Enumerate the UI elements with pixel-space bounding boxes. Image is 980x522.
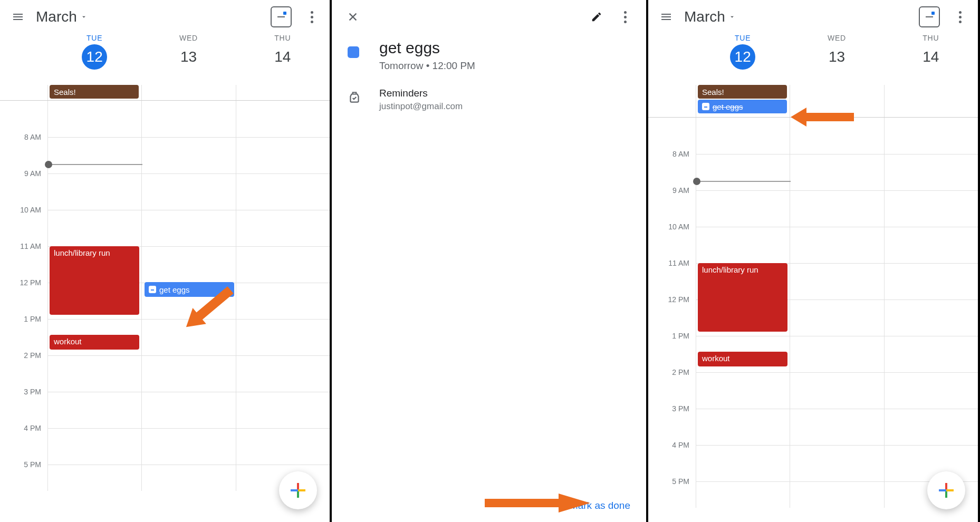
day-headers: TUE 12 WED 13 THU 14 [0,34,330,84]
overflow-menu-icon[interactable] [614,6,636,27]
detail-title-row: get eggs Tomorrow • 12:00 PM [348,39,630,72]
time-grid[interactable]: 8 AM 9 AM 10 AM 11 AM 12 PM 1 PM 2 PM 3 … [0,101,330,491]
time-grid[interactable]: 8 AM 9 AM 10 AM 11 AM 12 PM 1 PM 2 PM 3 … [648,118,978,508]
day-header-thu[interactable]: THU 14 [236,34,330,84]
reminder-icon [702,103,709,110]
reminders-icon [348,91,361,104]
day-name: WED [141,34,235,42]
svg-rect-9 [946,489,954,491]
calendar-color-icon [348,46,359,58]
reminder-when: Tomorrow • 12:00 PM [379,60,475,72]
svg-rect-0 [297,483,299,490]
reminder-detail-panel: get eggs Tomorrow • 12:00 PM Reminders j… [332,0,648,522]
event-workout[interactable]: workout [698,352,787,366]
hour-label: 1 PM [648,332,696,368]
day-header-wed[interactable]: WED 13 [141,34,235,84]
hour-label: 9 AM [0,169,47,206]
svg-rect-8 [939,489,946,491]
hour-label: 4 PM [0,424,47,460]
hour-label: 12 PM [0,278,47,315]
svg-rect-3 [298,489,305,491]
hour-label: 8 AM [648,150,696,186]
month-label: March [36,8,77,25]
now-indicator-dot [693,178,700,185]
day-header-wed[interactable]: WED 13 [790,34,883,84]
day-number: 12 [730,44,755,70]
event-seals[interactable]: Seals! [50,85,139,99]
overflow-menu-icon[interactable] [949,6,971,27]
caret-down-icon [80,13,88,21]
month-label: March [684,8,725,25]
svg-rect-6 [945,483,947,490]
hour-label: 2 PM [648,368,696,404]
svg-marker-5 [485,494,590,513]
calendar-panel-3: March TUE 12 WED 13 THU 14 Seals! get eg… [648,0,980,522]
hour-label: 11 AM [648,259,696,295]
day-name: WED [790,34,883,42]
menu-icon[interactable] [7,6,28,27]
day-name: THU [884,34,978,42]
hour-label: 12 PM [648,295,696,332]
reminders-email: justinpot@gmail.com [379,101,463,112]
day-number: 13 [176,44,201,70]
annotation-arrow [485,491,590,515]
plus-icon [937,481,956,500]
close-icon[interactable] [342,6,363,27]
day-header-tue[interactable]: TUE 12 [47,34,141,84]
now-indicator [47,164,142,165]
hour-label: 5 PM [648,477,696,508]
now-indicator-dot [45,161,52,168]
now-indicator [696,181,791,182]
reminder-icon [149,286,156,293]
hour-label: 10 AM [648,223,696,259]
today-icon[interactable] [271,6,292,27]
edit-icon[interactable] [586,6,607,27]
svg-rect-2 [291,489,298,491]
overflow-menu-icon[interactable] [301,6,322,27]
allday-row: Seals! [0,85,330,101]
event-lunch[interactable]: lunch/library run [698,263,787,332]
reminder-get-eggs-done[interactable]: get eggs [698,100,787,113]
hour-label: 10 AM [0,206,47,242]
day-number: 12 [82,44,107,70]
day-header-tue[interactable]: TUE 12 [696,34,790,84]
event-workout[interactable]: workout [50,335,139,350]
month-dropdown[interactable]: March [684,8,736,25]
hour-label: 4 PM [648,441,696,477]
create-event-fab[interactable] [927,471,965,509]
hour-label: 8 AM [0,133,47,169]
today-icon[interactable] [919,6,940,27]
create-event-fab[interactable] [279,471,317,509]
hour-label: 5 PM [0,460,47,491]
detail-reminders-row: Reminders justinpot@gmail.com [348,88,630,112]
svg-rect-7 [945,490,947,498]
annotation-arrow [791,105,854,129]
event-seals[interactable]: Seals! [698,85,787,99]
event-lunch[interactable]: lunch/library run [50,246,139,315]
reminders-heading: Reminders [379,88,463,99]
day-name: TUE [696,34,790,42]
detail-topbar [332,0,646,34]
hour-label: 3 PM [648,404,696,441]
topbar: March [648,0,978,34]
hour-label: 11 AM [0,242,47,278]
svg-marker-10 [791,108,854,127]
day-header-thu[interactable]: THU 14 [884,34,978,84]
topbar: March [0,0,330,34]
detail-body: get eggs Tomorrow • 12:00 PM Reminders j… [332,34,646,133]
day-number: 14 [270,44,295,70]
month-dropdown[interactable]: March [36,8,88,25]
plus-icon [289,481,308,500]
day-name: TUE [47,34,141,42]
reminder-title: get eggs [379,39,475,57]
caret-down-icon [728,13,736,21]
day-number: 14 [918,44,944,70]
svg-rect-1 [297,490,299,498]
day-name: THU [236,34,330,42]
menu-icon[interactable] [656,6,677,27]
hour-label: 9 AM [648,186,696,223]
calendar-panel-1: March TUE 12 WED 13 THU 14 Seals! 8 AM 9… [0,0,332,522]
day-number: 13 [824,44,849,70]
day-headers: TUE 12 WED 13 THU 14 [648,34,978,84]
hour-label: 1 PM [0,315,47,351]
